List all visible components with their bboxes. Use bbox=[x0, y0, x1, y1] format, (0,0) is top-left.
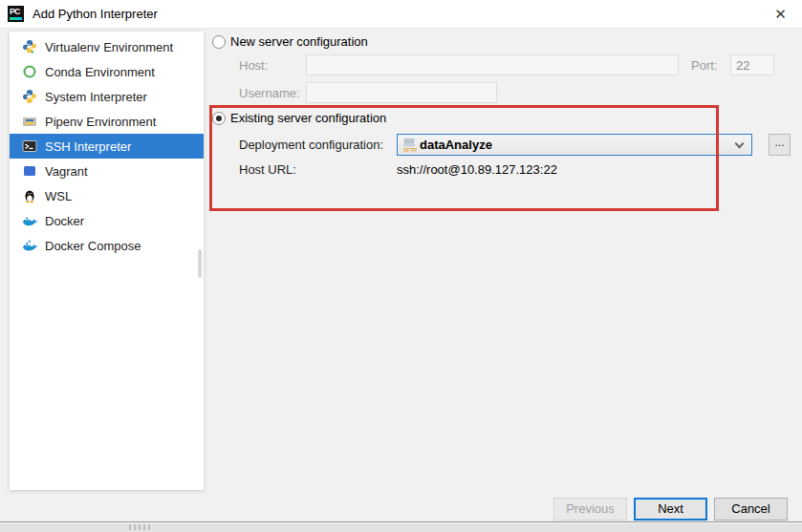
sidebar-item-label: Docker bbox=[45, 214, 84, 228]
browse-deployment-button[interactable]: ... bbox=[769, 134, 791, 156]
chevron-down-icon bbox=[735, 139, 745, 149]
sidebar-item-wsl[interactable]: WSL bbox=[10, 183, 204, 208]
existing-server-radio[interactable] bbox=[212, 112, 226, 125]
new-server-radio[interactable] bbox=[212, 35, 226, 49]
background-taskbar-strip bbox=[0, 523, 802, 532]
new-server-radio-label[interactable]: New server configuration bbox=[230, 34, 368, 49]
sidebar-item-label: Conda Environment bbox=[45, 65, 155, 79]
sidebar-item-vagrant[interactable]: Vagrant bbox=[10, 159, 204, 183]
sidebar-item-ssh-interpreter[interactable]: SSH Interpreter bbox=[10, 134, 204, 159]
deployment-configuration-value: dataAnalyze bbox=[420, 138, 492, 152]
port-input[interactable] bbox=[730, 54, 774, 75]
conda-icon bbox=[22, 64, 37, 79]
host-url-label: Host URL: bbox=[239, 162, 296, 177]
ssh-terminal-icon bbox=[22, 138, 37, 154]
sftp-server-icon: SFTP bbox=[401, 138, 417, 153]
python-icon bbox=[22, 89, 37, 104]
svg-text:SFTP: SFTP bbox=[403, 147, 417, 153]
sidebar-scrollbar[interactable] bbox=[198, 249, 202, 278]
interpreter-type-sidebar: Virtualenv Environment Conda Environment… bbox=[10, 32, 204, 490]
sidebar-item-label: Pipenv Environment bbox=[45, 115, 156, 129]
taskbar-fragment bbox=[129, 524, 150, 530]
next-button[interactable]: Next bbox=[634, 498, 707, 521]
sidebar-item-label: Vagrant bbox=[45, 164, 88, 179]
sidebar-item-pipenv[interactable]: Pipenv Environment bbox=[10, 109, 204, 134]
deployment-configuration-label: Deployment configuration: bbox=[239, 138, 383, 152]
username-label: Username: bbox=[239, 86, 300, 100]
port-label: Port: bbox=[691, 58, 717, 73]
linux-penguin-icon bbox=[22, 188, 37, 203]
sidebar-item-docker-compose[interactable]: Docker Compose bbox=[10, 233, 204, 258]
sidebar-item-label: Virtualenv Environment bbox=[45, 40, 173, 54]
sidebar-item-system-interpreter[interactable]: System Interpreter bbox=[10, 84, 204, 109]
docker-whale-icon bbox=[22, 213, 37, 228]
sidebar-item-conda[interactable]: Conda Environment bbox=[10, 59, 204, 84]
add-python-interpreter-dialog: PC Add Python Interpreter ✕ Virtualenv E… bbox=[0, 0, 802, 522]
vagrant-icon bbox=[22, 163, 37, 179]
python-virtualenv-icon bbox=[22, 39, 37, 54]
sidebar-item-label: SSH Interpreter bbox=[45, 139, 131, 154]
host-label: Host: bbox=[239, 58, 268, 73]
sidebar-item-virtualenv[interactable]: Virtualenv Environment bbox=[10, 34, 204, 59]
sidebar-item-label: WSL bbox=[45, 189, 72, 203]
pycharm-logo-icon: PC bbox=[8, 6, 24, 22]
existing-server-radio-label[interactable]: Existing server configuration bbox=[230, 111, 386, 125]
previous-button[interactable]: Previous bbox=[553, 498, 627, 521]
sidebar-item-label: Docker Compose bbox=[45, 239, 141, 253]
docker-compose-icon bbox=[22, 238, 37, 253]
cancel-button[interactable]: Cancel bbox=[714, 498, 788, 521]
host-input[interactable] bbox=[306, 54, 679, 75]
deployment-configuration-select[interactable]: SFTP dataAnalyze bbox=[397, 134, 752, 156]
sidebar-item-docker[interactable]: Docker bbox=[10, 208, 204, 233]
username-input[interactable] bbox=[306, 82, 497, 103]
host-url-value: ssh://root@10.89.127.123:22 bbox=[397, 162, 557, 177]
pipenv-icon bbox=[22, 114, 37, 129]
window-title: Add Python Interpreter bbox=[33, 7, 158, 21]
close-icon[interactable]: ✕ bbox=[759, 0, 802, 29]
sidebar-item-label: System Interpreter bbox=[45, 90, 147, 104]
title-bar: PC Add Python Interpreter ✕ bbox=[0, 0, 802, 29]
